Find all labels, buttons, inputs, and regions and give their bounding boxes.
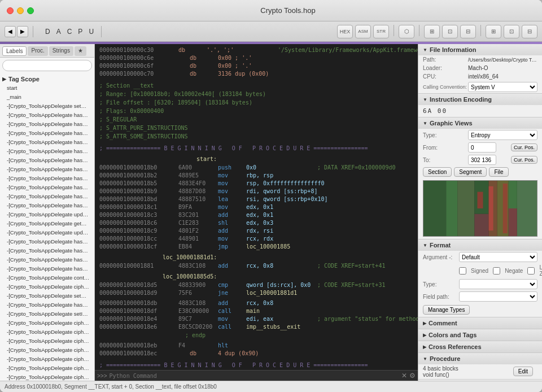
- list-item[interactable]: -[Crypto_ToolsAppDelegate cipherin...: [0, 337, 94, 346]
- window-title: Crypto Tools.hop: [41, 6, 535, 15]
- section-button[interactable]: Section: [423, 167, 452, 177]
- address: 0000000100000c6f: [99, 62, 178, 70]
- settings-icon[interactable]: ⚙: [409, 372, 416, 380]
- list-item[interactable]: -[Crypto_ToolsAppDelegate hashSH...: [0, 183, 94, 192]
- list-item[interactable]: -[Crypto_ToolsAppDelegate getSour...: [0, 219, 94, 228]
- list-item[interactable]: -[Crypto_ToolsAppDelegate cipherin...: [0, 346, 94, 355]
- list-item[interactable]: -[Crypto_ToolsAppDelegate cipherin...: [0, 328, 94, 337]
- operands: 0x00 ; '.': [218, 54, 286, 62]
- list-item[interactable]: -[Crypto_ToolsAppDelegate setEncr...: [0, 291, 94, 300]
- clear-icon[interactable]: ✕: [401, 372, 407, 380]
- hex-view-button[interactable]: HEX: [337, 25, 353, 38]
- list-item[interactable]: -[Crypto_ToolsAppDelegate cipherin...: [0, 355, 94, 364]
- list-item[interactable]: -[Crypto_ToolsAppDelegate hashMD...: [0, 111, 94, 120]
- strings-view-button[interactable]: STR: [373, 25, 389, 38]
- procedure-header[interactable]: ▼ Procedure: [418, 353, 542, 364]
- list-item[interactable]: -[Crypto_ToolsAppDelegate hashSo...: [0, 246, 94, 255]
- format-header[interactable]: ▼ Format: [418, 239, 542, 251]
- maximize-button[interactable]: [27, 7, 34, 14]
- cpu-row: CPU: intel/x86_64: [418, 72, 542, 81]
- field-path-select[interactable]: [459, 291, 537, 302]
- list-item[interactable]: -[Crypto_ToolsAppDelegate update...: [0, 210, 94, 219]
- layout-6-button[interactable]: ⊟: [522, 25, 537, 38]
- letter-u-button[interactable]: U: [86, 27, 97, 37]
- tab-proc[interactable]: Proc.: [28, 46, 47, 56]
- list-item[interactable]: -[Crypto_ToolsAppDelegate hashRIP...: [0, 147, 94, 156]
- layout-3-button[interactable]: ⊟: [460, 25, 476, 38]
- list-item[interactable]: -[Crypto_ToolsAppDelegate hashSH...: [0, 201, 94, 210]
- calling-select[interactable]: System V: [468, 82, 537, 92]
- letter-p-button[interactable]: P: [75, 27, 85, 37]
- tag-scope-header[interactable]: ▶ Tag Scope: [0, 75, 94, 84]
- layout-4-button[interactable]: ⊞: [486, 25, 501, 38]
- search-input[interactable]: [2, 60, 92, 71]
- list-item[interactable]: -[Crypto_ToolsAppDelegate setIVTe...: [0, 310, 94, 319]
- list-item[interactable]: -[Crypto_ToolsAppDelegate update...: [0, 228, 94, 237]
- from-input[interactable]: [468, 142, 496, 153]
- list-item[interactable]: -[Crypto_ToolsAppDelegate hashFile...: [0, 300, 94, 310]
- address: 000000010000018bd: [99, 195, 178, 203]
- close-button[interactable]: [7, 7, 14, 14]
- separator-5: [480, 25, 481, 36]
- list-item[interactable]: -[Crypto_ToolsAppDelegate cipherin...: [0, 364, 94, 373]
- bytes: B9FA: [178, 203, 218, 211]
- list-item[interactable]: -[Crypto_ToolsAppDelegate hashSH...: [0, 165, 94, 174]
- cross-references-header[interactable]: ▶ Cross References: [418, 341, 542, 352]
- tab-strings[interactable]: Strings: [49, 46, 73, 56]
- list-item[interactable]: -[Crypto_ToolsAppDelegate controlT...: [0, 273, 94, 282]
- mnemonic: call: [218, 307, 246, 315]
- cur-pos-to-button[interactable]: Cur. Pos.: [511, 156, 537, 164]
- bytes: 4889E5: [178, 172, 218, 180]
- list-item[interactable]: start: [0, 84, 94, 93]
- graph-button[interactable]: ⬡: [399, 25, 414, 38]
- layout-5-button[interactable]: ⊡: [504, 25, 519, 38]
- type-select[interactable]: Entropy: [468, 130, 537, 140]
- file-button[interactable]: File: [489, 167, 508, 177]
- list-item[interactable]: -[Crypto_ToolsAppDelegate hashSH...: [0, 156, 94, 165]
- list-item[interactable]: _main: [0, 93, 94, 102]
- letter-a-button[interactable]: A: [54, 27, 64, 37]
- list-item[interactable]: -[Crypto_ToolsAppDelegate hashFle...: [0, 255, 94, 264]
- to-input[interactable]: [468, 155, 496, 165]
- leading-zeroes-checkbox[interactable]: [527, 267, 535, 275]
- python-command-input[interactable]: [110, 373, 399, 379]
- colors-tags-header[interactable]: ▶ Colors and Tags: [418, 329, 542, 341]
- type-select-format[interactable]: [459, 279, 537, 289]
- letter-d-button[interactable]: D: [42, 27, 53, 37]
- minimize-button[interactable]: [17, 7, 24, 14]
- manage-types-button[interactable]: Manage Types: [423, 305, 470, 315]
- forward-button[interactable]: ▶: [17, 26, 28, 37]
- list-item[interactable]: -[Crypto_ToolsAppDelegate cipherin...: [0, 282, 94, 291]
- segment-button[interactable]: Segment: [454, 167, 487, 177]
- tab-labels[interactable]: Labels: [2, 46, 27, 56]
- disasm-content[interactable]: 0000000100000c30 db '.', ';' '/System/Li…: [95, 44, 418, 370]
- list-item[interactable]: -[Crypto_ToolsAppDelegate cipherin...: [0, 373, 94, 381]
- address: 0000000100000c30: [99, 46, 178, 54]
- list-item[interactable]: -[Crypto_ToolsAppDelegate cipherin...: [0, 319, 94, 328]
- layout-2-button[interactable]: ⊡: [442, 25, 458, 38]
- asm-view-button[interactable]: ASM: [355, 25, 371, 38]
- list-item[interactable]: -[Crypto_ToolsAppDelegate hashMD...: [0, 120, 94, 129]
- argument-select[interactable]: Default: [459, 252, 537, 262]
- file-information-header[interactable]: ▼ File Information: [418, 44, 542, 55]
- status-text: Address 0x1000018b0, Segment __TEXT, sta…: [5, 384, 217, 390]
- signed-checkbox[interactable]: [459, 267, 466, 275]
- address: 000000010000018cf: [99, 243, 178, 251]
- list-item[interactable]: -[Crypto_ToolsAppDelegate setHash...: [0, 102, 94, 111]
- cur-pos-from-button[interactable]: Cur. Pos.: [511, 143, 537, 151]
- negate-checkbox[interactable]: [493, 267, 500, 275]
- tab-bookmark[interactable]: ★: [75, 46, 86, 56]
- list-item[interactable]: -[Crypto_ToolsAppDelegate hashMD...: [0, 129, 94, 138]
- list-item[interactable]: -[Crypto_ToolsAppDelegate hashMD...: [0, 138, 94, 147]
- list-item[interactable]: -[Crypto_ToolsAppDelegate hashSH...: [0, 192, 94, 201]
- list-item[interactable]: -[Crypto_ToolsAppDelegate hashBro...: [0, 237, 94, 246]
- comment-header[interactable]: ▶ Comment: [418, 317, 542, 329]
- letter-c-button[interactable]: C: [64, 27, 75, 37]
- layout-1-button[interactable]: ⊞: [424, 25, 440, 38]
- instruction-encoding-header[interactable]: ▼ Instruction Encoding: [418, 94, 542, 105]
- edit-button[interactable]: Edit: [513, 367, 533, 376]
- list-item[interactable]: -[Crypto_ToolsAppDelegate hashStr...: [0, 264, 94, 273]
- back-button[interactable]: ◀: [5, 26, 16, 37]
- graphic-views-header[interactable]: ▼ Graphic Views: [418, 117, 542, 129]
- list-item[interactable]: -[Crypto_ToolsAppDelegate hashSH...: [0, 174, 94, 183]
